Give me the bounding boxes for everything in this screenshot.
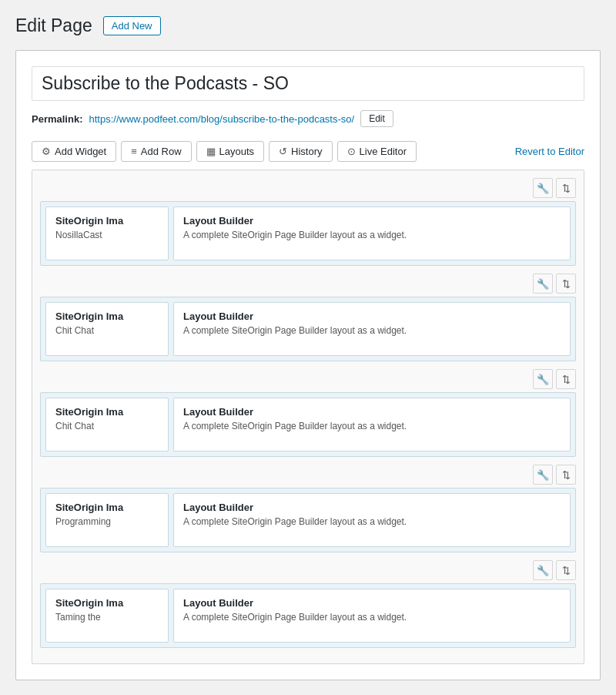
post-title-input[interactable] <box>32 66 584 101</box>
widget-title-1-1: SiteOrigin Ima <box>55 215 159 227</box>
live-editor-icon: ⊙ <box>347 146 356 157</box>
builder-area: 🔧⇅SiteOrigin ImaNosillaCastLayout Builde… <box>32 170 584 664</box>
widget-title-3-2: Layout Builder <box>183 406 561 418</box>
widget-title-4-2: Layout Builder <box>183 502 561 513</box>
permalink-label: Permalink: <box>32 113 82 125</box>
widget-cell-2-1[interactable]: SiteOrigin ImaChit Chat <box>45 302 169 356</box>
builder-row-3: 🔧⇅SiteOrigin ImaChit ChatLayout BuilderA… <box>40 369 576 457</box>
page-header: Edit Page Add New <box>15 15 601 36</box>
widget-description-2-2: A complete SiteOrigin Page Builder layou… <box>183 325 561 336</box>
widget-cell-4-1[interactable]: SiteOrigin ImaProgramming <box>45 493 169 547</box>
builder-row-4: 🔧⇅SiteOrigin ImaProgrammingLayout Builde… <box>40 465 576 552</box>
row-widgets-5: SiteOrigin ImaTaming theLayout BuilderA … <box>40 583 576 648</box>
row-actions-5: 🔧⇅ <box>40 560 576 580</box>
live-editor-button[interactable]: ⊙ Live Editor <box>337 141 417 162</box>
permalink-link[interactable]: https://www.podfeet.com/blog/subscribe-t… <box>89 113 354 125</box>
widget-cell-2-2[interactable]: Layout BuilderA complete SiteOrigin Page… <box>173 302 571 356</box>
row-widgets-4: SiteOrigin ImaProgrammingLayout BuilderA… <box>40 488 576 552</box>
widget-cell-4-2[interactable]: Layout BuilderA complete SiteOrigin Page… <box>173 493 571 547</box>
row-widgets-1: SiteOrigin ImaNosillaCastLayout BuilderA… <box>40 201 576 266</box>
widget-title-5-1: SiteOrigin Ima <box>55 597 159 609</box>
row-widgets-3: SiteOrigin ImaChit ChatLayout BuilderA c… <box>40 392 576 457</box>
widget-cell-3-1[interactable]: SiteOrigin ImaChit Chat <box>45 398 169 452</box>
row-settings-button-3[interactable]: 🔧 <box>533 369 553 389</box>
widget-title-1-2: Layout Builder <box>183 215 561 227</box>
editor-container: Permalink: https://www.podfeet.com/blog/… <box>15 50 601 680</box>
row-sort-button-2[interactable]: ⇅ <box>556 274 576 294</box>
row-settings-button-5[interactable]: 🔧 <box>533 560 553 580</box>
widget-cell-3-2[interactable]: Layout BuilderA complete SiteOrigin Page… <box>173 398 571 452</box>
row-actions-1: 🔧⇅ <box>40 178 576 198</box>
row-settings-button-2[interactable]: 🔧 <box>533 274 553 294</box>
page-title: Edit Page <box>15 15 92 36</box>
widget-description-5-2: A complete SiteOrigin Page Builder layou… <box>183 612 561 623</box>
widget-subtitle-5-1: Taming the <box>55 612 159 623</box>
row-actions-4: 🔧⇅ <box>40 465 576 485</box>
row-actions-2: 🔧⇅ <box>40 274 576 294</box>
rows-icon: ≡ <box>131 146 137 157</box>
builder-row-2: 🔧⇅SiteOrigin ImaChit ChatLayout BuilderA… <box>40 274 576 361</box>
widget-title-4-1: SiteOrigin Ima <box>55 502 159 513</box>
row-sort-button-1[interactable]: ⇅ <box>556 178 576 198</box>
add-row-button[interactable]: ≡ Add Row <box>121 141 191 162</box>
widget-cell-5-1[interactable]: SiteOrigin ImaTaming the <box>45 589 169 643</box>
widget-description-3-2: A complete SiteOrigin Page Builder layou… <box>183 421 561 431</box>
widget-cell-1-1[interactable]: SiteOrigin ImaNosillaCast <box>45 206 169 260</box>
row-sort-button-5[interactable]: ⇅ <box>556 560 576 580</box>
row-sort-button-3[interactable]: ⇅ <box>556 369 576 389</box>
layouts-button[interactable]: ▦ Layouts <box>196 141 265 162</box>
add-widget-button[interactable]: ⚙ Add Widget <box>32 141 116 162</box>
revert-to-editor-button[interactable]: Revert to Editor <box>515 142 584 161</box>
history-button[interactable]: ↺ History <box>269 141 332 162</box>
layout-icon: ▦ <box>206 146 216 157</box>
history-icon: ↺ <box>279 146 287 157</box>
widget-cell-5-2[interactable]: Layout BuilderA complete SiteOrigin Page… <box>173 589 571 643</box>
widget-title-2-1: SiteOrigin Ima <box>55 311 159 322</box>
widget-description-4-2: A complete SiteOrigin Page Builder layou… <box>183 516 561 527</box>
row-settings-button-1[interactable]: 🔧 <box>533 178 553 198</box>
widget-cell-1-2[interactable]: Layout BuilderA complete SiteOrigin Page… <box>173 206 571 260</box>
widget-subtitle-1-1: NosillaCast <box>55 230 159 240</box>
builder-row-5: 🔧⇅SiteOrigin ImaTaming theLayout Builder… <box>40 560 576 648</box>
widget-title-3-1: SiteOrigin Ima <box>55 406 159 418</box>
permalink-edit-button[interactable]: Edit <box>360 110 393 127</box>
widget-description-1-2: A complete SiteOrigin Page Builder layou… <box>183 230 561 240</box>
builder-row-1: 🔧⇅SiteOrigin ImaNosillaCastLayout Builde… <box>40 178 576 266</box>
widget-subtitle-4-1: Programming <box>55 516 159 527</box>
toolbar: ⚙ Add Widget ≡ Add Row ▦ Layouts ↺ Histo… <box>32 141 584 162</box>
gear-icon: ⚙ <box>42 146 51 157</box>
widget-subtitle-2-1: Chit Chat <box>55 325 159 336</box>
add-new-button[interactable]: Add New <box>103 16 161 35</box>
permalink-row: Permalink: https://www.podfeet.com/blog/… <box>32 110 584 127</box>
row-settings-button-4[interactable]: 🔧 <box>533 465 553 485</box>
widget-title-2-2: Layout Builder <box>183 311 561 322</box>
row-actions-3: 🔧⇅ <box>40 369 576 389</box>
widget-title-5-2: Layout Builder <box>183 597 561 609</box>
widget-subtitle-3-1: Chit Chat <box>55 421 159 431</box>
row-sort-button-4[interactable]: ⇅ <box>556 465 576 485</box>
row-widgets-2: SiteOrigin ImaChit ChatLayout BuilderA c… <box>40 297 576 361</box>
